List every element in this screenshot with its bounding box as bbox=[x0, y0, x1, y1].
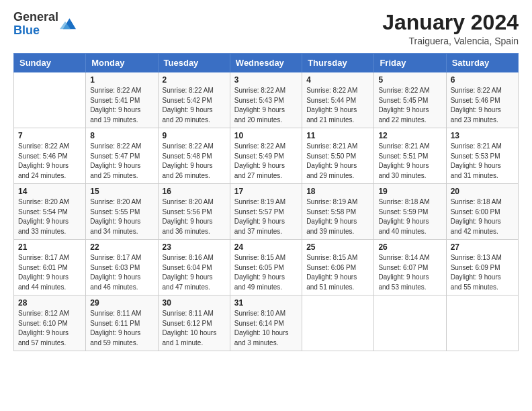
day-number: 17 bbox=[234, 187, 298, 196]
calendar-cell: 17Sunrise: 8:19 AM Sunset: 5:57 PM Dayli… bbox=[230, 184, 302, 240]
calendar-table: SundayMondayTuesdayWednesdayThursdayFrid… bbox=[13, 53, 519, 351]
day-number: 6 bbox=[451, 75, 514, 85]
calendar-cell: 11Sunrise: 8:21 AM Sunset: 5:50 PM Dayli… bbox=[302, 128, 374, 184]
day-number: 28 bbox=[18, 298, 81, 308]
weekday-header: Monday bbox=[86, 54, 158, 73]
day-number: 29 bbox=[90, 298, 153, 308]
day-number: 5 bbox=[378, 75, 441, 85]
calendar-cell: 24Sunrise: 8:15 AM Sunset: 6:05 PM Dayli… bbox=[230, 240, 302, 295]
calendar-cell: 8Sunrise: 8:22 AM Sunset: 5:47 PM Daylig… bbox=[86, 128, 158, 184]
day-number: 10 bbox=[234, 131, 298, 140]
day-info: Sunrise: 8:22 AM Sunset: 5:41 PM Dayligh… bbox=[90, 86, 153, 125]
day-number: 30 bbox=[163, 298, 226, 308]
weekday-header: Saturday bbox=[446, 54, 518, 73]
day-number: 4 bbox=[306, 75, 369, 85]
day-number: 24 bbox=[234, 242, 298, 252]
day-number: 21 bbox=[18, 242, 81, 252]
weekday-header-row: SundayMondayTuesdayWednesdayThursdayFrid… bbox=[14, 54, 519, 73]
calendar-cell: 14Sunrise: 8:20 AM Sunset: 5:54 PM Dayli… bbox=[14, 184, 86, 240]
calendar-cell: 2Sunrise: 8:22 AM Sunset: 5:42 PM Daylig… bbox=[158, 73, 230, 128]
day-number: 22 bbox=[90, 242, 153, 252]
day-number: 7 bbox=[18, 131, 81, 140]
day-info: Sunrise: 8:11 AM Sunset: 6:12 PM Dayligh… bbox=[163, 309, 226, 348]
calendar-week-row: 21Sunrise: 8:17 AM Sunset: 6:01 PM Dayli… bbox=[14, 240, 519, 295]
calendar-cell: 9Sunrise: 8:22 AM Sunset: 5:48 PM Daylig… bbox=[158, 128, 230, 184]
calendar-cell: 12Sunrise: 8:21 AM Sunset: 5:51 PM Dayli… bbox=[374, 128, 446, 184]
day-info: Sunrise: 8:21 AM Sunset: 5:53 PM Dayligh… bbox=[451, 142, 514, 181]
day-info: Sunrise: 8:21 AM Sunset: 5:51 PM Dayligh… bbox=[378, 142, 441, 181]
day-info: Sunrise: 8:22 AM Sunset: 5:42 PM Dayligh… bbox=[163, 86, 226, 125]
day-info: Sunrise: 8:22 AM Sunset: 5:46 PM Dayligh… bbox=[18, 142, 81, 181]
day-info: Sunrise: 8:19 AM Sunset: 5:57 PM Dayligh… bbox=[234, 197, 298, 236]
day-info: Sunrise: 8:17 AM Sunset: 6:01 PM Dayligh… bbox=[18, 253, 81, 292]
day-info: Sunrise: 8:11 AM Sunset: 6:11 PM Dayligh… bbox=[90, 309, 153, 348]
day-info: Sunrise: 8:22 AM Sunset: 5:49 PM Dayligh… bbox=[234, 142, 298, 181]
page: General Blue January 2024 Traiguera, Val… bbox=[0, 0, 532, 411]
weekday-header: Thursday bbox=[302, 54, 374, 73]
day-info: Sunrise: 8:12 AM Sunset: 6:10 PM Dayligh… bbox=[18, 309, 81, 348]
day-info: Sunrise: 8:20 AM Sunset: 5:55 PM Dayligh… bbox=[90, 197, 153, 236]
calendar-cell bbox=[302, 295, 374, 351]
calendar-cell: 26Sunrise: 8:14 AM Sunset: 6:07 PM Dayli… bbox=[374, 240, 446, 295]
weekday-header: Friday bbox=[374, 54, 446, 73]
day-number: 27 bbox=[451, 242, 514, 252]
day-info: Sunrise: 8:20 AM Sunset: 5:54 PM Dayligh… bbox=[18, 197, 81, 236]
calendar-cell: 15Sunrise: 8:20 AM Sunset: 5:55 PM Dayli… bbox=[86, 184, 158, 240]
day-number: 9 bbox=[163, 131, 226, 140]
day-number: 2 bbox=[163, 75, 226, 85]
day-number: 11 bbox=[306, 131, 369, 140]
day-number: 26 bbox=[378, 242, 441, 252]
day-info: Sunrise: 8:16 AM Sunset: 6:04 PM Dayligh… bbox=[163, 253, 226, 292]
title-block: January 2024 Traiguera, Valencia, Spain bbox=[382, 11, 519, 46]
calendar-cell: 10Sunrise: 8:22 AM Sunset: 5:49 PM Dayli… bbox=[230, 128, 302, 184]
calendar-cell: 5Sunrise: 8:22 AM Sunset: 5:45 PM Daylig… bbox=[374, 73, 446, 128]
weekday-header: Wednesday bbox=[230, 54, 302, 73]
day-info: Sunrise: 8:18 AM Sunset: 6:00 PM Dayligh… bbox=[451, 197, 514, 236]
calendar-cell: 27Sunrise: 8:13 AM Sunset: 6:09 PM Dayli… bbox=[446, 240, 518, 295]
calendar-cell: 1Sunrise: 8:22 AM Sunset: 5:41 PM Daylig… bbox=[86, 73, 158, 128]
day-number: 19 bbox=[378, 187, 441, 196]
weekday-header: Sunday bbox=[14, 54, 86, 73]
day-number: 25 bbox=[306, 242, 369, 252]
day-info: Sunrise: 8:22 AM Sunset: 5:45 PM Dayligh… bbox=[378, 86, 441, 125]
day-number: 12 bbox=[378, 131, 441, 140]
calendar-week-row: 28Sunrise: 8:12 AM Sunset: 6:10 PM Dayli… bbox=[14, 295, 519, 351]
calendar-cell: 31Sunrise: 8:10 AM Sunset: 6:14 PM Dayli… bbox=[230, 295, 302, 351]
day-info: Sunrise: 8:21 AM Sunset: 5:50 PM Dayligh… bbox=[306, 142, 369, 181]
calendar-cell: 21Sunrise: 8:17 AM Sunset: 6:01 PM Dayli… bbox=[14, 240, 86, 295]
calendar-cell bbox=[14, 73, 86, 128]
location: Traiguera, Valencia, Spain bbox=[382, 36, 519, 46]
day-number: 3 bbox=[234, 75, 298, 85]
calendar-cell: 30Sunrise: 8:11 AM Sunset: 6:12 PM Dayli… bbox=[158, 295, 230, 351]
day-info: Sunrise: 8:13 AM Sunset: 6:09 PM Dayligh… bbox=[451, 253, 514, 292]
day-info: Sunrise: 8:22 AM Sunset: 5:47 PM Dayligh… bbox=[90, 142, 153, 181]
day-info: Sunrise: 8:15 AM Sunset: 6:05 PM Dayligh… bbox=[234, 253, 298, 292]
calendar-cell: 7Sunrise: 8:22 AM Sunset: 5:46 PM Daylig… bbox=[14, 128, 86, 184]
calendar-cell: 4Sunrise: 8:22 AM Sunset: 5:44 PM Daylig… bbox=[302, 73, 374, 128]
day-info: Sunrise: 8:19 AM Sunset: 5:58 PM Dayligh… bbox=[306, 197, 369, 236]
day-number: 31 bbox=[234, 298, 298, 308]
calendar-cell: 6Sunrise: 8:22 AM Sunset: 5:46 PM Daylig… bbox=[446, 73, 518, 128]
calendar-cell bbox=[446, 295, 518, 351]
calendar-cell bbox=[374, 295, 446, 351]
calendar-cell: 16Sunrise: 8:20 AM Sunset: 5:56 PM Dayli… bbox=[158, 184, 230, 240]
calendar-week-row: 7Sunrise: 8:22 AM Sunset: 5:46 PM Daylig… bbox=[14, 128, 519, 184]
calendar-cell: 3Sunrise: 8:22 AM Sunset: 5:43 PM Daylig… bbox=[230, 73, 302, 128]
day-number: 23 bbox=[163, 242, 226, 252]
calendar-cell: 22Sunrise: 8:17 AM Sunset: 6:03 PM Dayli… bbox=[86, 240, 158, 295]
calendar-cell: 19Sunrise: 8:18 AM Sunset: 5:59 PM Dayli… bbox=[374, 184, 446, 240]
calendar-cell: 29Sunrise: 8:11 AM Sunset: 6:11 PM Dayli… bbox=[86, 295, 158, 351]
day-number: 13 bbox=[451, 131, 514, 140]
logo: General Blue bbox=[13, 11, 76, 38]
day-number: 18 bbox=[306, 187, 369, 196]
calendar-cell: 23Sunrise: 8:16 AM Sunset: 6:04 PM Dayli… bbox=[158, 240, 230, 295]
day-number: 8 bbox=[90, 131, 153, 140]
calendar-cell: 25Sunrise: 8:15 AM Sunset: 6:06 PM Dayli… bbox=[302, 240, 374, 295]
day-info: Sunrise: 8:22 AM Sunset: 5:48 PM Dayligh… bbox=[163, 142, 226, 181]
calendar-cell: 28Sunrise: 8:12 AM Sunset: 6:10 PM Dayli… bbox=[14, 295, 86, 351]
logo-text: General Blue bbox=[13, 11, 58, 38]
logo-icon bbox=[60, 16, 76, 32]
day-number: 14 bbox=[18, 187, 81, 196]
day-number: 1 bbox=[90, 75, 153, 85]
day-number: 20 bbox=[451, 187, 514, 196]
